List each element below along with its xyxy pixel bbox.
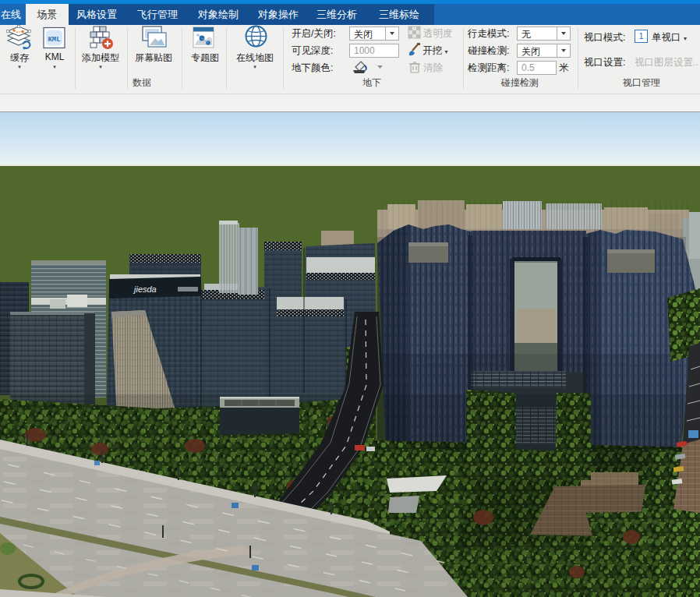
- svg-text:jiesda: jiesda: [133, 284, 157, 294]
- svg-text:KML: KML: [48, 36, 60, 44]
